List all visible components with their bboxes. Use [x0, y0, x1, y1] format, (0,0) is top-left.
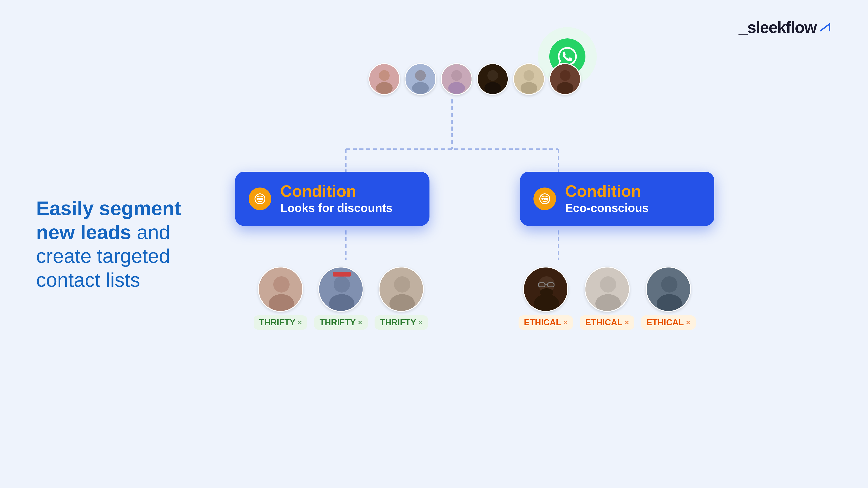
thrifty-person-3: THRIFTY ×	[375, 267, 428, 330]
logo-arrow-icon	[818, 22, 832, 33]
svg-point-17	[485, 82, 501, 94]
thrifty-person-1: THRIFTY ×	[254, 267, 307, 330]
ethical-avatar-1	[523, 267, 568, 312]
thrifty-tag-2: THRIFTY ×	[314, 315, 368, 330]
ethical-avatar-2	[585, 267, 630, 312]
svg-point-44	[394, 276, 410, 293]
svg-point-22	[560, 70, 570, 81]
logo: _sleekflow	[739, 18, 832, 37]
condition-right-title: Condition	[565, 183, 649, 199]
svg-point-19	[524, 70, 534, 81]
hero-heading-normal: and	[131, 221, 170, 243]
condition-left-subtitle: Looks for discounts	[280, 201, 393, 215]
svg-point-20	[521, 82, 537, 94]
hero-subheading: create targeted contact lists	[36, 244, 199, 292]
avatar-5	[513, 63, 545, 95]
svg-point-49	[540, 288, 553, 296]
conditions-row: Condition Looks for discounts Cond	[204, 172, 746, 226]
svg-point-14	[448, 82, 465, 94]
hero-heading: Easily segment new leads and	[36, 196, 199, 244]
svg-point-40	[334, 276, 350, 293]
ethical-tag-1: ETHICAL ×	[519, 315, 573, 330]
ethical-person-1: ETHICAL ×	[519, 267, 573, 330]
thrifty-tag-1: THRIFTY ×	[254, 315, 307, 330]
ethical-tag-2: ETHICAL ×	[580, 315, 634, 330]
svg-point-54	[600, 276, 616, 293]
thrifty-avatar-2	[318, 267, 364, 312]
condition-right-text: Condition Eco-conscious	[565, 183, 649, 215]
svg-point-7	[379, 70, 390, 81]
condition-right-icon	[533, 188, 556, 210]
bottom-avatar-section: THRIFTY × THRIFTY ×	[204, 267, 746, 330]
svg-point-11	[412, 82, 429, 94]
svg-point-37	[273, 276, 289, 293]
hero-text: Easily segment new leads and create targ…	[36, 196, 199, 292]
flow-diagram: Condition Looks for discounts Cond	[204, 63, 746, 402]
svg-point-13	[451, 70, 462, 81]
svg-point-10	[415, 70, 426, 81]
ethical-person-3: ETHICAL ×	[641, 267, 695, 330]
avatar-2	[405, 63, 436, 95]
condition-right-subtitle: Eco-conscious	[565, 201, 649, 215]
thrifty-avatar-3	[379, 267, 424, 312]
avatar-6	[549, 63, 581, 95]
svg-point-23	[557, 82, 574, 94]
ethical-tag-3: ETHICAL ×	[641, 315, 695, 330]
avatar-3	[441, 63, 472, 95]
connector-lines	[204, 63, 746, 402]
condition-left-icon	[249, 188, 271, 210]
thrifty-person-2: THRIFTY ×	[314, 267, 368, 330]
thrifty-tag-3: THRIFTY ×	[375, 315, 428, 330]
svg-point-8	[376, 82, 393, 94]
svg-point-16	[487, 70, 498, 81]
condition-right: Condition Eco-conscious	[520, 172, 714, 226]
top-avatar-group	[368, 63, 581, 95]
avatar-1	[368, 63, 400, 95]
ethical-person-2: ETHICAL ×	[580, 267, 634, 330]
logo-text: _sleekflow	[739, 18, 816, 37]
ethical-avatar-3	[646, 267, 691, 312]
ethical-group: ETHICAL × ETHICAL ×	[519, 267, 696, 330]
thrifty-group: THRIFTY × THRIFTY ×	[254, 267, 428, 330]
svg-rect-42	[333, 272, 351, 276]
condition-left: Condition Looks for discounts	[235, 172, 430, 226]
condition-left-title: Condition	[280, 183, 393, 199]
thrifty-avatar-1	[258, 267, 303, 312]
avatar-4	[477, 63, 508, 95]
svg-point-57	[661, 276, 677, 293]
condition-left-text: Condition Looks for discounts	[280, 183, 393, 215]
